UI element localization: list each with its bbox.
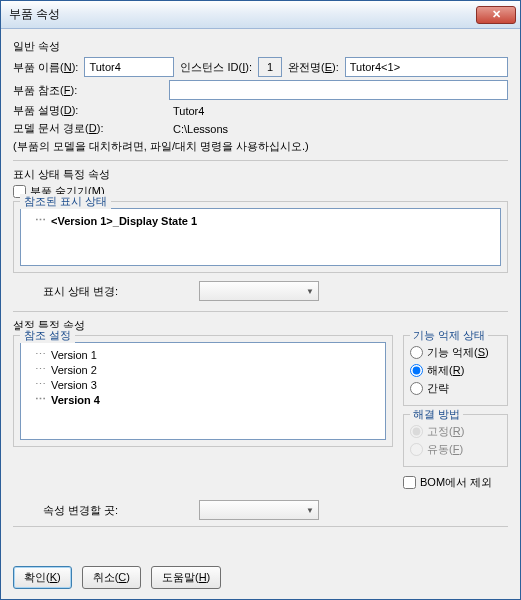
divider-2 — [13, 311, 508, 312]
unsuppress-radio-row[interactable]: 해제(R) — [410, 363, 501, 378]
cancel-button-label: 취소(C) — [93, 571, 130, 583]
version-item-label: Version 2 — [51, 364, 97, 376]
referenced-config-fieldset: 참조 설정 ⋯Version 1 ⋯Version 2 ⋯Version 3 ⋯… — [13, 335, 393, 447]
change-display-state-label: 표시 상태 변경: — [43, 284, 193, 299]
fixed-radio — [410, 425, 423, 438]
unsuppress-radio-label: 해제(R) — [427, 363, 464, 378]
config-right-col: 기능 억제 상태 기능 억제(S) 해제(R) 간략 해결 — [403, 335, 508, 492]
referenced-display-state-legend: 참조된 표시 상태 — [20, 194, 111, 209]
instance-id-input[interactable] — [258, 57, 282, 77]
fixed-radio-label: 고정(R) — [427, 424, 464, 439]
tree-leaf-icon: ⋯ — [35, 214, 47, 227]
suppress-state-legend: 기능 억제 상태 — [410, 328, 488, 343]
suppress-radio[interactable] — [410, 346, 423, 359]
ok-button[interactable]: 확인(K) — [13, 566, 72, 589]
tree-leaf-icon: ⋯ — [35, 348, 47, 361]
bom-exclude-label: BOM에서 제외 — [420, 475, 492, 490]
config-left-col: 참조 설정 ⋯Version 1 ⋯Version 2 ⋯Version 3 ⋯… — [13, 335, 393, 492]
config-two-col: 참조 설정 ⋯Version 1 ⋯Version 2 ⋯Version 3 ⋯… — [13, 335, 508, 492]
cancel-button[interactable]: 취소(C) — [82, 566, 141, 589]
float-radio — [410, 443, 423, 456]
float-radio-label: 유동(F) — [427, 442, 463, 457]
instance-id-label: 인스턴스 ID(I): — [180, 60, 252, 75]
display-state-item-label: <Version 1>_Display State 1 — [51, 215, 197, 227]
model-doc-path-label: 모델 문서 경로(D): — [13, 121, 133, 136]
omit-radio[interactable] — [410, 382, 423, 395]
row-hint: (부품의 모델을 대치하려면, 파일/대치 명령을 사용하십시오.) — [13, 139, 508, 154]
row-part-ref: 부품 참조(F): — [13, 80, 508, 100]
part-name-label: 부품 이름(N): — [13, 60, 78, 75]
full-name-label: 완전명(E): — [288, 60, 339, 75]
row-part-name: 부품 이름(N): 인스턴스 ID(I): 완전명(E): — [13, 57, 508, 77]
list-item[interactable]: ⋯Version 3 — [27, 377, 379, 392]
float-radio-row: 유동(F) — [410, 442, 501, 457]
divider-3 — [13, 526, 508, 527]
version-item-label: Version 3 — [51, 379, 97, 391]
change-display-state-combo[interactable]: ▼ — [199, 281, 319, 301]
suppress-state-group: 기능 억제 상태 기능 억제(S) 해제(R) 간략 — [403, 335, 508, 406]
solve-method-legend: 해결 방법 — [410, 407, 463, 422]
general-section-title: 일반 속성 — [13, 39, 508, 54]
version-item-label: Version 4 — [51, 394, 100, 406]
chevron-down-icon: ▼ — [306, 506, 314, 515]
referenced-display-state-list[interactable]: ⋯ <Version 1>_Display State 1 — [20, 208, 501, 266]
suppress-radio-label: 기능 억제(S) — [427, 345, 489, 360]
list-item[interactable]: ⋯Version 4 — [27, 392, 379, 407]
ok-button-label: 확인(K) — [24, 571, 61, 583]
bom-exclude-checkbox[interactable] — [403, 476, 416, 489]
omit-radio-label: 간략 — [427, 381, 449, 396]
row-change-display-state: 표시 상태 변경: ▼ — [43, 281, 508, 301]
suppress-radio-row[interactable]: 기능 억제(S) — [410, 345, 501, 360]
dialog-window: 부품 속성 ✕ 일반 속성 부품 이름(N): 인스턴스 ID(I): 완전명(… — [0, 0, 521, 600]
divider-1 — [13, 160, 508, 161]
row-model-doc-path: 모델 문서 경로(D): C:\Lessons — [13, 121, 508, 136]
row-part-desc: 부품 설명(D): Tutor4 — [13, 103, 508, 118]
display-state-section-title: 표시 상태 특정 속성 — [13, 167, 508, 182]
omit-radio-row[interactable]: 간략 — [410, 381, 501, 396]
part-name-input[interactable] — [84, 57, 174, 77]
model-doc-path-value: C:\Lessons — [173, 123, 228, 135]
bom-exclude-row[interactable]: BOM에서 제외 — [403, 475, 508, 490]
solve-method-group: 해결 방법 고정(R) 유동(F) — [403, 414, 508, 467]
list-item[interactable]: ⋯Version 2 — [27, 362, 379, 377]
close-icon: ✕ — [492, 8, 501, 21]
list-item[interactable]: ⋯Version 1 — [27, 347, 379, 362]
help-button[interactable]: 도움말(H) — [151, 566, 221, 589]
part-desc-value: Tutor4 — [173, 105, 204, 117]
help-button-label: 도움말(H) — [162, 571, 210, 583]
part-ref-input[interactable] — [169, 80, 508, 100]
full-name-input[interactable] — [345, 57, 508, 77]
chevron-down-icon: ▼ — [306, 287, 314, 296]
referenced-config-legend: 참조 설정 — [20, 328, 75, 343]
row-change-config: 속성 변경할 곳: ▼ — [43, 500, 508, 520]
referenced-config-list[interactable]: ⋯Version 1 ⋯Version 2 ⋯Version 3 ⋯Versio… — [20, 342, 386, 440]
dialog-buttons: 확인(K) 취소(C) 도움말(H) — [1, 562, 520, 599]
replace-hint: (부품의 모델을 대치하려면, 파일/대치 명령을 사용하십시오.) — [13, 139, 309, 154]
part-ref-label: 부품 참조(F): — [13, 83, 133, 98]
version-item-label: Version 1 — [51, 349, 97, 361]
part-desc-label: 부품 설명(D): — [13, 103, 133, 118]
dialog-content: 일반 속성 부품 이름(N): 인스턴스 ID(I): 완전명(E): 부품 참… — [1, 29, 520, 562]
titlebar: 부품 속성 ✕ — [1, 1, 520, 29]
unsuppress-radio[interactable] — [410, 364, 423, 377]
tree-leaf-icon: ⋯ — [35, 393, 47, 406]
change-config-where-combo[interactable]: ▼ — [199, 500, 319, 520]
referenced-display-state-fieldset: 참조된 표시 상태 ⋯ <Version 1>_Display State 1 — [13, 201, 508, 273]
tree-leaf-icon: ⋯ — [35, 363, 47, 376]
change-config-where-label: 속성 변경할 곳: — [43, 503, 193, 518]
window-title: 부품 속성 — [9, 6, 476, 23]
tree-leaf-icon: ⋯ — [35, 378, 47, 391]
list-item[interactable]: ⋯ <Version 1>_Display State 1 — [27, 213, 494, 228]
fixed-radio-row: 고정(R) — [410, 424, 501, 439]
close-button[interactable]: ✕ — [476, 6, 516, 24]
